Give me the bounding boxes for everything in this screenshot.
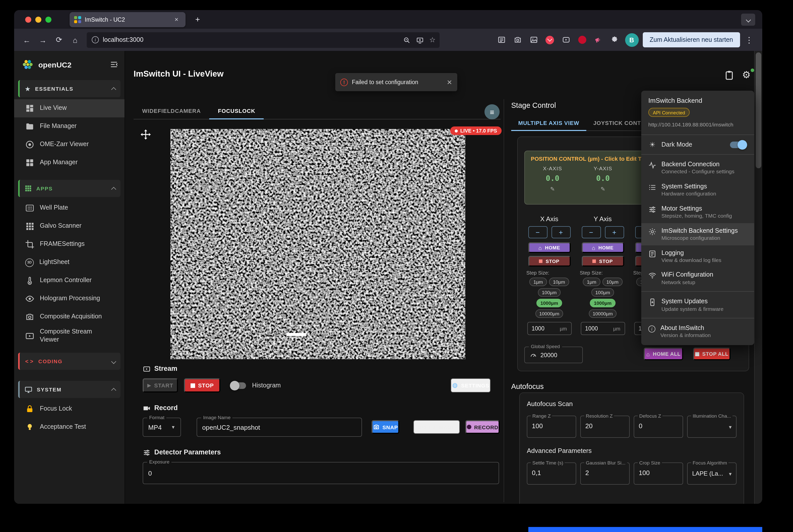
profile-avatar[interactable]: B <box>625 33 639 46</box>
home-button[interactable]: ⌂HOME <box>582 242 624 253</box>
home-button[interactable]: ⌂HOME <box>528 242 570 253</box>
settle-time-field[interactable]: Settle Time (s) <box>527 462 576 484</box>
sidebar-collapse-icon[interactable] <box>109 60 118 69</box>
step-chip[interactable]: 10000µm <box>589 309 617 318</box>
crop-size-input[interactable] <box>639 469 679 477</box>
sidebar-item-lepmon-controller[interactable]: Lepmon Controller <box>14 271 125 290</box>
sidebar-item-hologram-processing[interactable]: Hologram Processing <box>14 290 125 308</box>
edit-pencil-icon[interactable]: ✎ <box>550 186 555 192</box>
step-chip[interactable]: 10µm <box>549 278 569 286</box>
home-button[interactable]: ⌂ <box>68 32 83 48</box>
step-chip[interactable]: 1µm <box>583 278 600 286</box>
reload-button[interactable]: ⟳ <box>51 32 67 48</box>
page-scrollbar[interactable] <box>754 51 762 504</box>
step-size-input[interactable] <box>532 325 557 331</box>
sidebar-item-ome-zarr-viewer[interactable]: OME-Zarr Viewer <box>14 135 125 154</box>
axis-stop-button[interactable]: STOP <box>582 256 624 266</box>
focus-algorithm-select[interactable]: Focus Algorithm LAPE (La... ▼ <box>687 462 737 484</box>
new-tab-button[interactable]: + <box>191 13 204 25</box>
tab-widefieldcamera[interactable]: WIDEFIELDCAMERA <box>134 103 209 119</box>
menu-item-logging[interactable]: LoggingView & download log files <box>641 245 754 267</box>
plus-button[interactable]: + <box>605 226 624 238</box>
sidebar-section-coding[interactable]: < > CODING <box>18 353 121 370</box>
sidebar-item-framesettings[interactable]: FRAMESettings <box>14 235 125 253</box>
sidebar-item-well-plate[interactable]: Well Plate <box>14 199 125 217</box>
save-to-device-icon[interactable] <box>416 37 424 44</box>
sidebar-item-app-manager[interactable]: App Manager <box>14 154 125 172</box>
step-size-input[interactable] <box>585 325 610 331</box>
axis-stop-button[interactable]: STOP <box>528 256 570 266</box>
restart-update-button[interactable]: Zum Aktualisieren neu starten <box>643 32 740 48</box>
menu-item-backend-connection[interactable]: Backend ConnectionConnected - Configure … <box>641 157 754 179</box>
window-zoom-button[interactable] <box>45 16 51 22</box>
stop-button[interactable]: STOP <box>184 378 220 393</box>
adblock-extension-icon[interactable] <box>575 33 589 46</box>
step-chip[interactable]: 10µm <box>603 278 623 286</box>
page-info-icon[interactable]: i <box>92 36 99 43</box>
stream-settings-button[interactable]: ⚙SETTINGS <box>451 378 491 393</box>
minus-button[interactable]: − <box>582 226 601 238</box>
sidebar-item-composite-acquisition[interactable]: Composite Acquisition <box>14 308 125 326</box>
stop-all-button[interactable]: STOP ALL <box>693 348 731 360</box>
step-chip-selected[interactable]: 1000µm <box>590 299 615 307</box>
sidebar-item-acceptance-test[interactable]: Acceptance Test <box>14 418 125 437</box>
start-button[interactable]: ▶START <box>143 378 178 393</box>
forward-button[interactable]: → <box>35 32 51 48</box>
dark-mode-row[interactable]: ☀ Dark Mode <box>641 137 754 152</box>
toast-close-icon[interactable]: ✕ <box>447 78 452 86</box>
sidebar-section-essentials[interactable]: ★ ESSENTIALS <box>18 80 121 97</box>
illumination-channel-select[interactable]: Illumination Cha... ▼ <box>687 416 737 438</box>
format-select[interactable]: Format MP4▼ <box>143 418 181 437</box>
sidebar-item-galvo-scanner[interactable]: Galvo Scanner <box>14 217 125 235</box>
sidebar-item-lightsheet[interactable]: 3D LightSheet <box>14 253 125 271</box>
home-all-button[interactable]: ⌂HOME ALL <box>644 348 683 360</box>
dark-mode-toggle[interactable] <box>730 141 746 148</box>
global-speed-field[interactable]: Global Speed 20000 <box>524 347 583 363</box>
settle-time-input[interactable] <box>532 469 572 477</box>
images-extension-icon[interactable] <box>527 33 540 46</box>
scrollbar-thumb[interactable] <box>756 52 761 168</box>
range-z-input[interactable] <box>532 422 572 430</box>
step-chip[interactable]: 100µm <box>591 288 614 297</box>
window-minimize-button[interactable] <box>35 16 41 22</box>
menu-item-about-imswitch[interactable]: i About ImSwitchVersion & information <box>641 320 754 345</box>
pocket-extension-icon[interactable] <box>543 33 556 46</box>
menu-item-imswitch-backend-settings[interactable]: ImSwitch Backend SettingsMicroscope conf… <box>641 223 754 245</box>
step-size-field[interactable]: µm <box>580 322 625 335</box>
image-name-input[interactable] <box>197 418 362 436</box>
reader-extension-icon[interactable] <box>495 33 508 46</box>
url-bar[interactable]: i localhost:3000 ☆ <box>87 32 440 48</box>
step-chip[interactable]: 10000µm <box>535 309 564 318</box>
step-chip[interactable]: 1µm <box>529 278 547 286</box>
exposure-field[interactable]: Exposure <box>143 462 499 484</box>
menu-item-system-settings[interactable]: System SettingsHardware configuration <box>641 179 754 201</box>
megaphone-extension-icon[interactable] <box>592 33 605 46</box>
sidebar-section-system[interactable]: SYSTEM <box>18 381 121 398</box>
plus-button[interactable]: + <box>551 226 570 238</box>
resolution-z-field[interactable]: Resolution Z <box>580 416 630 438</box>
sidebar-section-apps[interactable]: APPS <box>18 180 121 197</box>
sidebar-item-focus-lock[interactable]: Focus Lock <box>14 400 125 418</box>
step-chip[interactable]: 100µm <box>538 288 561 297</box>
viewer-menu-button[interactable]: ≡ <box>484 104 500 119</box>
defocus-z-input[interactable] <box>639 422 679 430</box>
tab-list-chevron-icon[interactable] <box>741 14 755 26</box>
browser-tab[interactable]: ImSwitch - UC2 × <box>70 12 186 27</box>
menu-item-system-updates[interactable]: System UpdatesUpdate system & firmware <box>641 294 754 316</box>
bookmark-star-icon[interactable]: ☆ <box>429 36 436 44</box>
zoom-icon[interactable] <box>403 37 411 44</box>
step-chip-selected[interactable]: 1000µm <box>536 299 562 307</box>
sidebar-item-composite-stream-viewer[interactable]: Composite Stream Viewer <box>14 326 125 346</box>
defocus-z-field[interactable]: Defocus Z <box>634 416 683 438</box>
sidebar-item-file-manager[interactable]: File Manager <box>14 117 125 135</box>
go-to-image-button[interactable]: GO TO IMAGE <box>413 420 460 434</box>
exposure-input[interactable] <box>143 462 499 483</box>
settings-gear-icon[interactable]: ⚙ <box>742 69 751 81</box>
extensions-puzzle-icon[interactable] <box>608 33 621 46</box>
video-extension-icon[interactable] <box>559 33 572 46</box>
tab-focuslock[interactable]: FOCUSLOCK <box>209 103 264 119</box>
gaussian-blur-input[interactable] <box>585 469 626 477</box>
sidebar-item-live-view[interactable]: Live View <box>14 99 125 117</box>
range-z-field[interactable]: Range Z <box>527 416 576 438</box>
edit-pencil-icon[interactable]: ✎ <box>601 186 605 192</box>
